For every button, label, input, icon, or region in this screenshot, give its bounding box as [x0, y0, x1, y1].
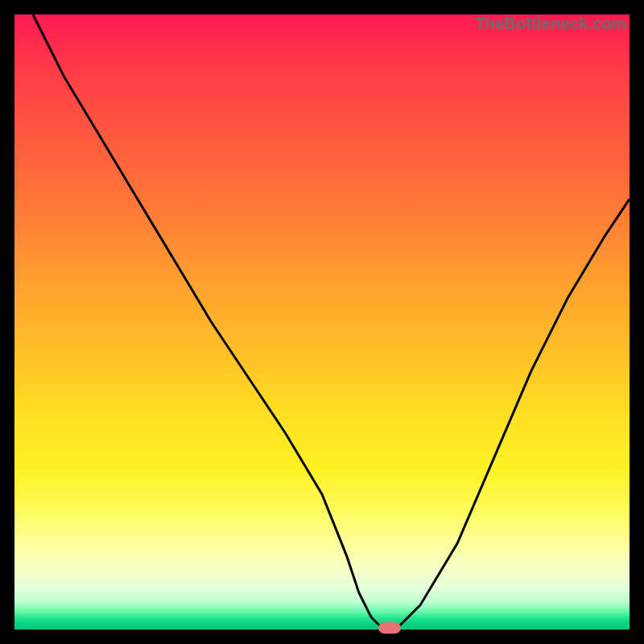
chart-frame: TheBottleneck.com	[0, 0, 644, 644]
optimal-marker	[378, 622, 401, 634]
curve-path	[33, 14, 630, 630]
bottleneck-curve	[14, 14, 630, 630]
plot-area: TheBottleneck.com	[14, 14, 630, 630]
